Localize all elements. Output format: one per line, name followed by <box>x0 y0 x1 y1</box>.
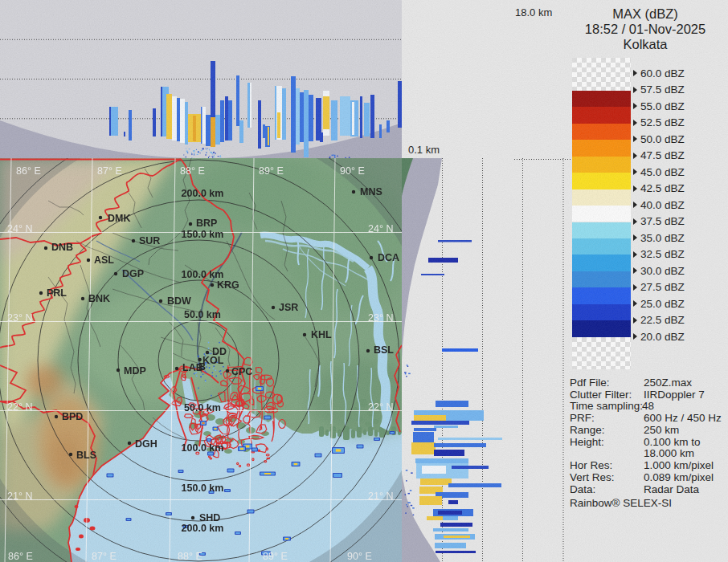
svg-text:MNS: MNS <box>360 186 382 198</box>
svg-text:DGP: DGP <box>122 268 144 279</box>
svg-text:86° E: 86° E <box>16 165 41 177</box>
svg-text:DCA: DCA <box>378 252 399 263</box>
svg-text:24° N: 24° N <box>7 223 32 234</box>
svg-text:22° N: 22° N <box>368 401 393 413</box>
svg-text:200.0 km: 200.0 km <box>182 523 224 534</box>
svg-text:MDP: MDP <box>124 365 146 377</box>
svg-text:50.0 km: 50.0 km <box>184 309 221 320</box>
svg-text:DNB: DNB <box>51 242 73 253</box>
svg-text:22° N: 22° N <box>7 401 32 413</box>
svg-text:ASL: ASL <box>94 255 114 266</box>
svg-text:KRG: KRG <box>217 279 239 291</box>
svg-text:23° N: 23° N <box>368 312 393 324</box>
svg-text:86° E: 86° E <box>8 551 33 562</box>
svg-text:50.0 km: 50.0 km <box>184 402 221 413</box>
svg-text:90° E: 90° E <box>347 551 372 562</box>
svg-text:PRL: PRL <box>47 287 67 299</box>
svg-text:200.0 km: 200.0 km <box>182 188 224 199</box>
svg-text:BNK: BNK <box>88 293 110 304</box>
svg-text:89° E: 89° E <box>263 551 288 562</box>
svg-text:BPD: BPD <box>62 411 83 422</box>
svg-text:BRP: BRP <box>196 218 217 229</box>
svg-text:SUR: SUR <box>139 235 160 246</box>
svg-text:100.0 km: 100.0 km <box>182 269 224 280</box>
svg-text:SHD: SHD <box>199 512 220 523</box>
svg-text:BDW: BDW <box>167 295 191 307</box>
svg-text:87° E: 87° E <box>92 551 117 562</box>
svg-text:KHL: KHL <box>311 329 332 340</box>
svg-text:CPC: CPC <box>231 366 252 377</box>
svg-text:88° E: 88° E <box>180 165 205 177</box>
svg-text:150.0 km: 150.0 km <box>182 229 224 240</box>
svg-text:21° N: 21° N <box>7 491 32 502</box>
svg-text:23° N: 23° N <box>7 312 32 324</box>
svg-text:24° N: 24° N <box>368 223 393 234</box>
svg-text:DGH: DGH <box>135 438 157 450</box>
svg-text:89° E: 89° E <box>259 165 284 177</box>
svg-text:JSR: JSR <box>279 302 298 313</box>
svg-text:BSL: BSL <box>374 344 394 356</box>
svg-text:BLS: BLS <box>76 450 96 461</box>
svg-text:DMK: DMK <box>108 213 130 224</box>
svg-text:87° E: 87° E <box>97 165 122 177</box>
svg-text:B: B <box>198 361 206 373</box>
svg-text:88° E: 88° E <box>178 551 202 562</box>
svg-text:100.0 km: 100.0 km <box>182 442 224 454</box>
svg-text:90° E: 90° E <box>340 165 365 177</box>
svg-text:150.0 km: 150.0 km <box>182 483 224 494</box>
svg-text:21° N: 21° N <box>368 491 393 502</box>
